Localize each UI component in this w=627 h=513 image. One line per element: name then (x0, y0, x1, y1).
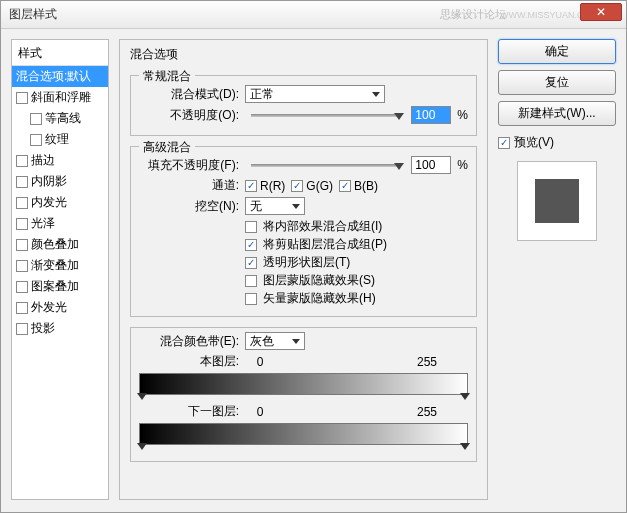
style-item-9[interactable]: 渐变叠加 (12, 255, 108, 276)
window-title: 图层样式 (9, 6, 57, 23)
style-item-label: 颜色叠加 (31, 236, 79, 253)
fill-opacity-input[interactable]: 100 (411, 156, 451, 174)
new-style-button[interactable]: 新建样式(W)... (498, 101, 616, 126)
section-title: 混合选项 (130, 46, 477, 63)
adv-option-0[interactable]: 将内部效果混合成组(I) (245, 218, 468, 235)
style-item-7[interactable]: 光泽 (12, 213, 108, 234)
under-layer-label: 下一图层: (179, 403, 239, 420)
style-item-8[interactable]: 颜色叠加 (12, 234, 108, 255)
style-item-6[interactable]: 内发光 (12, 192, 108, 213)
style-item-label: 图案叠加 (31, 278, 79, 295)
checkbox-icon (16, 92, 28, 104)
percent-label: % (457, 158, 468, 172)
style-item-label: 外发光 (31, 299, 67, 316)
checkbox-icon (245, 293, 257, 305)
style-item-1[interactable]: 斜面和浮雕 (12, 87, 108, 108)
fill-opacity-label: 填充不透明度(F): (139, 157, 239, 174)
advanced-legend: 高级混合 (139, 139, 195, 156)
preview-swatch-frame (517, 161, 597, 241)
blend-mode-label: 混合模式(D): (139, 86, 239, 103)
style-item-label: 斜面和浮雕 (31, 89, 91, 106)
this-layer-slider[interactable] (139, 373, 468, 395)
checkbox-icon (16, 239, 28, 251)
general-blending-group: 常规混合 混合模式(D): 正常 不透明度(O): 100 % (130, 75, 477, 136)
checkbox-icon (245, 221, 257, 233)
right-panel: 确定 复位 新建样式(W)... 预览(V) (498, 39, 616, 500)
adv-option-label: 将剪贴图层混合成组(P) (263, 236, 387, 253)
style-item-label: 内阴影 (31, 173, 67, 190)
checkbox-icon (245, 239, 257, 251)
cancel-button[interactable]: 复位 (498, 70, 616, 95)
checkbox-icon (16, 260, 28, 272)
under-layer-low: 0 (245, 405, 275, 419)
style-item-label: 等高线 (45, 110, 81, 127)
preview-swatch (535, 179, 579, 223)
style-item-4[interactable]: 描边 (12, 150, 108, 171)
blend-if-dropdown[interactable]: 灰色 (245, 332, 305, 350)
style-item-label: 光泽 (31, 215, 55, 232)
opacity-slider[interactable] (251, 114, 399, 117)
blend-if-group: 混合颜色带(E): 灰色 本图层: 0 255 下一图层: 0 (130, 327, 477, 462)
opacity-label: 不透明度(O): (139, 107, 239, 124)
blending-options-panel: 混合选项 常规混合 混合模式(D): 正常 不透明度(O): 100 % 高级混… (119, 39, 488, 500)
checkbox-icon (16, 218, 28, 230)
checkbox-icon (498, 137, 510, 149)
layer-style-dialog: 图层样式 思缘设计论坛 WWW.MISSYUAN.COM ✕ 样式 混合选项:默… (0, 0, 627, 513)
channel-b-checkbox[interactable]: B(B) (339, 179, 378, 193)
advanced-blending-group: 高级混合 填充不透明度(F): 100 % 通道: R(R) G(G) B(B)… (130, 146, 477, 317)
preview-checkbox[interactable]: 预览(V) (498, 134, 616, 151)
adv-option-4[interactable]: 矢量蒙版隐藏效果(H) (245, 290, 468, 307)
style-item-label: 内发光 (31, 194, 67, 211)
adv-option-label: 将内部效果混合成组(I) (263, 218, 382, 235)
styles-list: 样式 混合选项:默认斜面和浮雕等高线纹理描边内阴影内发光光泽颜色叠加渐变叠加图案… (11, 39, 109, 500)
adv-option-2[interactable]: 透明形状图层(T) (245, 254, 468, 271)
preview-label: 预览(V) (514, 134, 554, 151)
general-legend: 常规混合 (139, 68, 195, 85)
blend-if-label: 混合颜色带(E): (139, 333, 239, 350)
style-item-0[interactable]: 混合选项:默认 (12, 66, 108, 87)
knockout-label: 挖空(N): (139, 198, 239, 215)
channel-g-checkbox[interactable]: G(G) (291, 179, 333, 193)
style-item-10[interactable]: 图案叠加 (12, 276, 108, 297)
style-item-label: 纹理 (45, 131, 69, 148)
styles-header: 样式 (12, 42, 108, 66)
style-item-5[interactable]: 内阴影 (12, 171, 108, 192)
style-item-2[interactable]: 等高线 (12, 108, 108, 129)
style-item-label: 渐变叠加 (31, 257, 79, 274)
adv-option-3[interactable]: 图层蒙版隐藏效果(S) (245, 272, 468, 289)
close-button[interactable]: ✕ (580, 3, 622, 21)
titlebar: 图层样式 思缘设计论坛 WWW.MISSYUAN.COM ✕ (1, 1, 626, 29)
style-item-11[interactable]: 外发光 (12, 297, 108, 318)
checkbox-icon (30, 134, 42, 146)
under-layer-high: 255 (412, 405, 442, 419)
adv-option-label: 图层蒙版隐藏效果(S) (263, 272, 375, 289)
checkbox-icon (245, 275, 257, 287)
fill-opacity-slider[interactable] (251, 164, 399, 167)
style-item-label: 描边 (31, 152, 55, 169)
this-layer-label: 本图层: (179, 353, 239, 370)
opacity-input[interactable]: 100 (411, 106, 451, 124)
checkbox-icon (16, 197, 28, 209)
checkbox-icon (245, 257, 257, 269)
checkbox-icon (16, 323, 28, 335)
checkbox-icon (16, 176, 28, 188)
channels-label: 通道: (139, 177, 239, 194)
percent-label: % (457, 108, 468, 122)
ok-button[interactable]: 确定 (498, 39, 616, 64)
style-item-12[interactable]: 投影 (12, 318, 108, 339)
knockout-dropdown[interactable]: 无 (245, 197, 305, 215)
this-layer-low: 0 (245, 355, 275, 369)
checkbox-icon (16, 302, 28, 314)
style-item-3[interactable]: 纹理 (12, 129, 108, 150)
adv-option-label: 透明形状图层(T) (263, 254, 350, 271)
channel-r-checkbox[interactable]: R(R) (245, 179, 285, 193)
checkbox-icon (30, 113, 42, 125)
style-item-label: 投影 (31, 320, 55, 337)
adv-option-label: 矢量蒙版隐藏效果(H) (263, 290, 376, 307)
adv-option-1[interactable]: 将剪贴图层混合成组(P) (245, 236, 468, 253)
under-layer-slider[interactable] (139, 423, 468, 445)
this-layer-high: 255 (412, 355, 442, 369)
style-item-label: 混合选项:默认 (16, 68, 91, 85)
blend-mode-dropdown[interactable]: 正常 (245, 85, 385, 103)
checkbox-icon (16, 281, 28, 293)
